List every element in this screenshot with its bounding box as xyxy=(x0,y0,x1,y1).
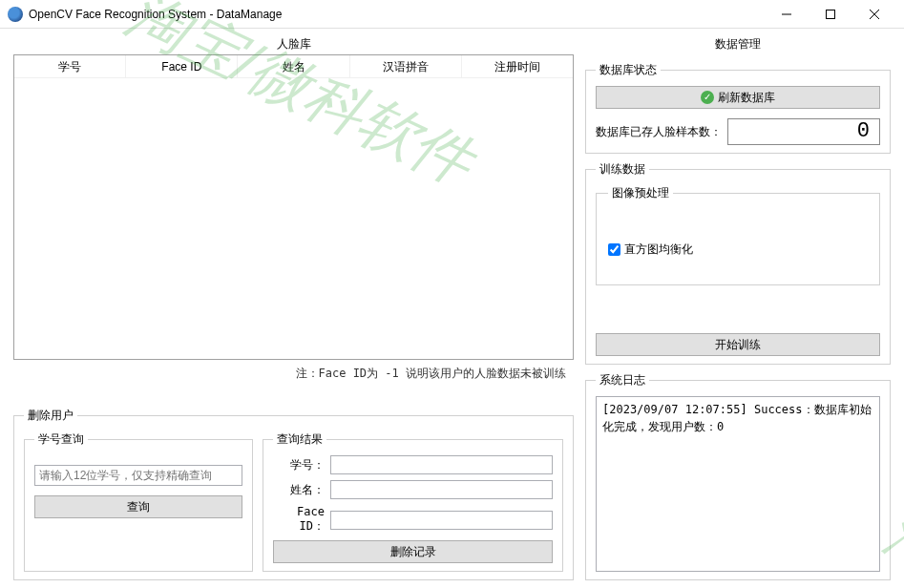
result-faceid-field[interactable] xyxy=(330,511,553,530)
col-pinyin[interactable]: 汉语拼音 xyxy=(350,55,462,77)
query-button[interactable]: 查询 xyxy=(34,495,242,518)
train-data-title: 训练数据 xyxy=(596,161,649,178)
query-result-group: 查询结果 学号： 姓名： Face ID： 删 xyxy=(263,431,563,572)
result-sid-label: 学号： xyxy=(273,457,330,473)
minimize-button[interactable] xyxy=(765,0,809,29)
preprocess-group: 图像预处理 直方图均衡化 xyxy=(596,185,880,285)
hist-eq-label: 直方图均衡化 xyxy=(624,242,693,258)
preprocess-title: 图像预处理 xyxy=(608,185,673,201)
svg-rect-1 xyxy=(827,10,835,18)
table-header: 学号 Face ID 姓名 汉语拼音 注册时间 xyxy=(14,55,573,78)
app-icon xyxy=(8,7,23,22)
db-status-title: 数据库状态 xyxy=(596,62,661,78)
window-controls xyxy=(765,0,896,29)
maximize-button[interactable] xyxy=(809,0,852,29)
delete-record-button[interactable]: 删除记录 xyxy=(273,540,553,563)
sample-count-display: 0 xyxy=(727,118,880,145)
refresh-db-button[interactable]: ✓ 刷新数据库 xyxy=(596,86,880,109)
delete-user-title: 删除用户 xyxy=(24,408,77,424)
db-status-group: 数据库状态 ✓ 刷新数据库 数据库已存人脸样本数： 0 xyxy=(585,62,891,154)
result-faceid-label: Face ID： xyxy=(273,505,330,535)
sid-input[interactable] xyxy=(34,465,242,486)
result-name-label: 姓名： xyxy=(273,482,330,498)
window-title: OpenCV Face Recognition System - DataMan… xyxy=(29,8,765,21)
data-manage-title: 数据管理 xyxy=(585,36,891,54)
col-faceid[interactable]: Face ID xyxy=(126,55,238,77)
faceid-note: 注：Face ID为 -1 说明该用户的人脸数据未被训练 xyxy=(13,360,574,389)
hist-eq-checkbox[interactable] xyxy=(608,243,620,256)
col-name[interactable]: 姓名 xyxy=(238,55,349,77)
train-data-group: 训练数据 图像预处理 直方图均衡化 开始训练 xyxy=(585,161,891,365)
sample-count-label: 数据库已存人脸样本数： xyxy=(596,124,722,140)
sid-query-title: 学号查询 xyxy=(34,431,88,448)
col-sid[interactable]: 学号 xyxy=(14,55,126,77)
delete-user-group: 删除用户 学号查询 查询 查询结果 学号： 姓名： xyxy=(13,408,574,580)
titlebar: OpenCV Face Recognition System - DataMan… xyxy=(0,0,904,29)
start-train-button[interactable]: 开始训练 xyxy=(596,333,880,356)
syslog-box[interactable]: [2023/09/07 12:07:55] Success：数据库初始化完成，发… xyxy=(596,396,880,572)
face-library-group: 人脸库 学号 Face ID 姓名 汉语拼音 注册时间 注：Face ID为 -… xyxy=(13,36,574,406)
close-button[interactable] xyxy=(852,0,896,29)
syslog-group: 系统日志 [2023/09/07 12:07:55] Success：数据库初始… xyxy=(585,372,891,580)
query-result-title: 查询结果 xyxy=(273,431,326,448)
syslog-title: 系统日志 xyxy=(596,372,649,388)
result-name-field[interactable] xyxy=(330,480,553,499)
face-table[interactable]: 学号 Face ID 姓名 汉语拼音 注册时间 xyxy=(13,54,574,360)
refresh-db-label: 刷新数据库 xyxy=(718,90,775,106)
result-sid-field[interactable] xyxy=(330,455,553,474)
check-icon: ✓ xyxy=(701,91,714,104)
face-library-title: 人脸库 xyxy=(13,36,574,54)
sid-query-group: 学号查询 查询 xyxy=(24,431,253,572)
col-regtime[interactable]: 注册时间 xyxy=(462,55,573,77)
